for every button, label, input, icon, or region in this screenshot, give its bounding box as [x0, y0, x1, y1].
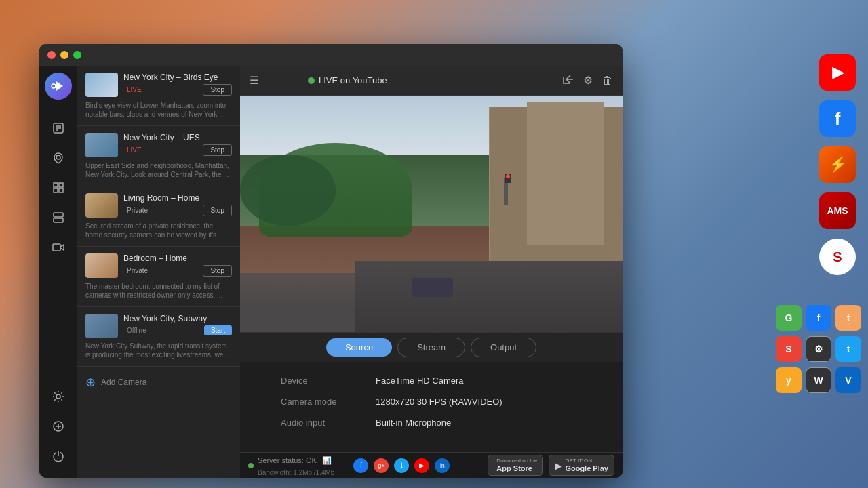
window-controls: [47, 51, 81, 59]
camera-thumb-3: [85, 193, 118, 218]
status-badge-5: Offline: [123, 326, 150, 335]
device-value: FaceTime HD Camera: [376, 375, 464, 386]
status-badge-2: LIVE: [123, 146, 145, 155]
camera-desc-5: New York City Subway, the rapid transit …: [85, 342, 232, 359]
camera-status-row-2: LIVE Stop: [123, 144, 232, 156]
start-button-5[interactable]: Start: [204, 325, 232, 336]
googleplay-top: GET IT ON: [565, 458, 608, 464]
stop-button-1[interactable]: Stop: [203, 84, 232, 96]
maximize-button[interactable]: [73, 51, 81, 59]
social-linkedin[interactable]: in: [435, 458, 450, 473]
bandwidth-text: Bandwidth: 1.2Mb /1.4Mb: [258, 469, 334, 476]
stop-button-2[interactable]: Stop: [203, 144, 232, 156]
camera-status-row-4: Private Stop: [123, 265, 232, 277]
stop-button-3[interactable]: Stop: [203, 205, 232, 216]
nav-icon-grid[interactable]: [46, 176, 71, 200]
desktop-icons: ▶ f ⚡ AMS S: [819, 54, 856, 275]
nav-icon-list[interactable]: [46, 205, 71, 230]
nav-icon-power[interactable]: [46, 444, 71, 468]
desktop-icon-facebook[interactable]: f: [819, 100, 856, 137]
desktop-icon-gear[interactable]: ⚙: [806, 336, 831, 362]
camera-item-5[interactable]: New York City, Subway Offline Start New …: [77, 307, 240, 367]
status-bar: Server status: OK 📊 Bandwidth: 1.2Mb /1.…: [240, 452, 623, 478]
nav-icon-settings[interactable]: [46, 384, 71, 409]
live-text: LIVE on YouTube: [319, 75, 387, 85]
share-icon[interactable]: [561, 73, 574, 88]
tab-stream[interactable]: Stream: [397, 338, 465, 357]
desktop-icon-f2[interactable]: f: [806, 305, 831, 331]
svg-point-6: [56, 155, 60, 159]
camera-info-2: New York City – UES LIVE Stop: [123, 133, 232, 158]
appstore-top: Download on the: [496, 458, 537, 464]
camera-desc-1: Bird's-eye view of Lower Manhattan, zoom…: [85, 101, 232, 119]
desktop-icon-y2[interactable]: y: [776, 367, 802, 393]
live-dot: [308, 77, 315, 84]
desktop-icon-ams[interactable]: AMS: [819, 192, 856, 229]
camera-thumb-1: [85, 73, 118, 97]
app-window: New York City – Birds Eye LIVE Stop Bird…: [39, 44, 623, 478]
app-logo[interactable]: [45, 73, 72, 100]
status-badge-1: LIVE: [123, 85, 145, 94]
camera-mode-value: 868x488 30 FPS (RAWVIDEO): [376, 396, 502, 407]
social-twitter[interactable]: t: [394, 458, 409, 473]
desktop-icon-youtube[interactable]: ▶: [819, 54, 856, 91]
camera-item-3[interactable]: Living Room – Home Private Stop Secured …: [77, 186, 240, 247]
googleplay-bottom: Google Play: [565, 464, 608, 473]
desktop-icon-thunder[interactable]: ⚡: [819, 146, 856, 183]
nav-icon-add[interactable]: [46, 414, 71, 439]
appstore-bottom: App Store: [496, 464, 537, 473]
appstore-badge[interactable]: Download on the App Store: [488, 455, 543, 476]
svg-rect-12: [54, 218, 63, 222]
desktop-icon-s[interactable]: S: [776, 336, 802, 362]
nav-icon-map[interactable]: [46, 146, 71, 170]
menu-icon[interactable]: ☰: [250, 74, 259, 87]
status-badge-3: Private: [123, 206, 151, 215]
settings-icon[interactable]: ⚙: [583, 74, 593, 87]
tab-source[interactable]: Source: [326, 338, 392, 357]
social-google[interactable]: g+: [374, 458, 389, 473]
status-text: Server status: OK 📊 Bandwidth: 1.2Mb /1.…: [258, 453, 334, 478]
googleplay-badge[interactable]: ▶ GET IT ON Google Play: [549, 455, 614, 476]
desktop-icon-g[interactable]: G: [776, 305, 802, 331]
delete-icon[interactable]: 🗑: [602, 75, 613, 87]
title-bar: [39, 44, 623, 66]
nav-icon-book[interactable]: [46, 116, 71, 140]
desktop-icon-w[interactable]: W: [806, 367, 831, 393]
svg-point-1: [52, 84, 56, 88]
info-row-audio: Audio input Built-in Microphone: [281, 418, 582, 428]
live-indicator: LIVE on YouTube: [308, 75, 387, 85]
info-panel: Device FaceTime HD Camera Camera mode 12…: [240, 362, 623, 452]
device-label: Device: [281, 375, 376, 386]
camera-item-1[interactable]: New York City – Birds Eye LIVE Stop Bird…: [77, 66, 240, 126]
svg-rect-11: [54, 213, 63, 217]
desktop-icon-tw2[interactable]: t: [835, 336, 861, 362]
camera-name-4: Bedroom – Home: [123, 253, 232, 263]
bandwidth-icon: 📊: [322, 456, 332, 464]
close-button[interactable]: [47, 51, 56, 59]
desktop-icon-t[interactable]: t: [835, 305, 861, 331]
social-facebook[interactable]: f: [353, 458, 368, 473]
desktop-icon-v[interactable]: V: [835, 367, 861, 393]
svg-rect-7: [54, 183, 58, 187]
camera-name-5: New York City, Subway: [123, 314, 232, 323]
social-youtube[interactable]: ▶: [414, 458, 429, 473]
svg-marker-0: [56, 81, 63, 91]
minimize-button[interactable]: [60, 51, 68, 59]
toolbar: ☰ LIVE on YouTube ⚙ 🗑: [240, 66, 623, 96]
camera-status-row-3: Private Stop: [123, 205, 232, 216]
camera-item-4[interactable]: Bedroom – Home Private Stop The master b…: [77, 247, 240, 307]
right-panel: ☰ LIVE on YouTube ⚙ 🗑: [240, 66, 623, 478]
add-camera-icon: ⊕: [85, 375, 96, 390]
server-status-text: Server status: OK: [258, 456, 317, 464]
tab-output[interactable]: Output: [471, 338, 536, 357]
sidebar-nav: [39, 66, 77, 478]
add-camera-button[interactable]: ⊕ Add Camera: [77, 367, 240, 398]
audio-input-value: Built-in Microphone: [376, 418, 451, 428]
stop-button-4[interactable]: Stop: [203, 265, 232, 277]
camera-name-2: New York City – UES: [123, 133, 232, 142]
camera-item-2[interactable]: New York City – UES LIVE Stop Upper East…: [77, 126, 240, 186]
bottom-tabs: Source Stream Output: [240, 332, 623, 362]
nav-icon-video[interactable]: [46, 235, 71, 260]
play-icon: ▶: [555, 460, 562, 471]
desktop-icon-badge5[interactable]: S: [819, 239, 856, 275]
